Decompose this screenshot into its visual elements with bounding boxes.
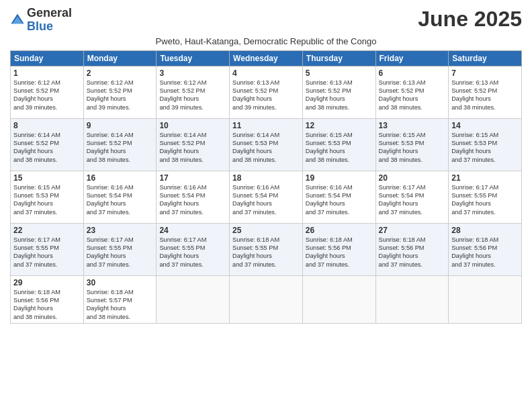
calendar-cell: 18 Sunrise: 6:16 AM Sunset: 5:54 PM Dayl… [230,171,303,223]
day-info: Sunrise: 6:18 AM Sunset: 5:56 PM Dayligh… [306,236,373,269]
day-info: Sunrise: 6:15 AM Sunset: 5:53 PM Dayligh… [451,131,519,165]
day-info: Sunrise: 6:17 AM Sunset: 5:55 PM Dayligh… [13,236,81,269]
day-number: 3 [159,68,226,78]
logo-text: General Blue [27,7,72,34]
day-info: Sunrise: 6:18 AM Sunset: 5:56 PM Dayligh… [13,288,81,322]
day-number: 19 [306,173,373,183]
calendar-cell [157,275,230,324]
day-info: Sunrise: 6:14 AM Sunset: 5:52 PM Dayligh… [159,131,226,165]
day-number: 14 [451,121,519,130]
day-number: 13 [379,121,446,130]
day-number: 18 [232,173,300,183]
day-info: Sunrise: 6:16 AM Sunset: 5:54 PM Dayligh… [159,183,226,217]
day-number: 30 [87,278,154,287]
calendar-cell [302,275,375,324]
calendar-cell: 21 Sunrise: 6:17 AM Sunset: 5:55 PM Dayl… [449,171,522,223]
day-number: 17 [159,173,226,183]
calendar-cell: 30 Sunrise: 6:18 AM Sunset: 5:57 PM Dayl… [83,275,157,324]
col-thursday: Thursday [302,50,375,66]
day-number: 10 [159,121,226,130]
day-number: 9 [87,121,154,130]
logo-blue: Blue [27,20,72,34]
calendar-cell: 4 Sunrise: 6:13 AM Sunset: 5:52 PM Dayli… [230,66,303,118]
calendar-cell: 19 Sunrise: 6:16 AM Sunset: 5:54 PM Dayl… [302,171,375,223]
day-number: 20 [379,173,446,183]
day-info: Sunrise: 6:12 AM Sunset: 5:52 PM Dayligh… [13,79,81,112]
day-number: 4 [232,68,300,78]
day-number: 28 [451,226,519,235]
calendar-cell: 3 Sunrise: 6:12 AM Sunset: 5:52 PM Dayli… [157,66,230,118]
calendar-cell: 25 Sunrise: 6:18 AM Sunset: 5:55 PM Dayl… [230,223,303,275]
calendar-week-1: 8 Sunrise: 6:14 AM Sunset: 5:52 PM Dayli… [11,118,522,171]
calendar-week-4: 29 Sunrise: 6:18 AM Sunset: 5:56 PM Dayl… [11,275,522,324]
calendar-cell: 15 Sunrise: 6:15 AM Sunset: 5:53 PM Dayl… [11,171,84,223]
day-number: 5 [306,68,373,78]
logo: General Blue [10,7,72,34]
calendar-cell: 24 Sunrise: 6:17 AM Sunset: 5:55 PM Dayl… [157,223,230,275]
calendar-cell: 5 Sunrise: 6:13 AM Sunset: 5:52 PM Dayli… [302,66,375,118]
calendar-week-0: 1 Sunrise: 6:12 AM Sunset: 5:52 PM Dayli… [11,66,522,118]
day-number: 1 [13,68,81,78]
col-tuesday: Tuesday [157,50,230,66]
col-saturday: Saturday [449,50,522,66]
day-number: 11 [232,121,300,130]
day-number: 6 [379,68,446,78]
day-number: 26 [306,226,373,235]
day-info: Sunrise: 6:15 AM Sunset: 5:53 PM Dayligh… [379,131,446,165]
day-info: Sunrise: 6:12 AM Sunset: 5:52 PM Dayligh… [159,79,226,112]
logo-general: General [27,7,72,20]
day-info: Sunrise: 6:15 AM Sunset: 5:53 PM Dayligh… [13,183,81,217]
calendar-cell: 1 Sunrise: 6:12 AM Sunset: 5:52 PM Dayli… [11,66,84,118]
calendar-cell: 10 Sunrise: 6:14 AM Sunset: 5:52 PM Dayl… [157,118,230,171]
calendar-cell: 29 Sunrise: 6:18 AM Sunset: 5:56 PM Dayl… [11,275,84,324]
calendar-cell: 23 Sunrise: 6:17 AM Sunset: 5:55 PM Dayl… [83,223,157,275]
calendar-cell [375,275,449,324]
calendar-week-2: 15 Sunrise: 6:15 AM Sunset: 5:53 PM Dayl… [11,171,522,223]
month-title: June 2025 [418,7,522,32]
day-info: Sunrise: 6:16 AM Sunset: 5:54 PM Dayligh… [232,183,300,217]
calendar-cell: 16 Sunrise: 6:16 AM Sunset: 5:54 PM Dayl… [83,171,157,223]
day-number: 21 [451,173,519,183]
page: General Blue June 2025 Pweto, Haut-Katan… [0,0,532,411]
calendar-cell [230,275,303,324]
calendar-cell: 20 Sunrise: 6:17 AM Sunset: 5:54 PM Dayl… [375,171,449,223]
calendar-cell: 17 Sunrise: 6:16 AM Sunset: 5:54 PM Dayl… [157,171,230,223]
calendar-cell: 8 Sunrise: 6:14 AM Sunset: 5:52 PM Dayli… [11,118,84,171]
col-friday: Friday [375,50,449,66]
day-number: 27 [379,226,446,235]
calendar-cell: 11 Sunrise: 6:14 AM Sunset: 5:53 PM Dayl… [230,118,303,171]
calendar-cell: 7 Sunrise: 6:13 AM Sunset: 5:52 PM Dayli… [449,66,522,118]
day-info: Sunrise: 6:13 AM Sunset: 5:52 PM Dayligh… [232,79,300,112]
calendar-cell: 22 Sunrise: 6:17 AM Sunset: 5:55 PM Dayl… [11,223,84,275]
day-info: Sunrise: 6:17 AM Sunset: 5:55 PM Dayligh… [87,236,154,269]
calendar-cell [449,275,522,324]
day-info: Sunrise: 6:13 AM Sunset: 5:52 PM Dayligh… [306,79,373,112]
day-number: 25 [232,226,300,235]
day-info: Sunrise: 6:17 AM Sunset: 5:54 PM Dayligh… [379,183,446,217]
day-number: 15 [13,173,81,183]
day-info: Sunrise: 6:18 AM Sunset: 5:56 PM Dayligh… [451,236,519,269]
day-info: Sunrise: 6:14 AM Sunset: 5:53 PM Dayligh… [232,131,300,165]
day-info: Sunrise: 6:17 AM Sunset: 5:55 PM Dayligh… [451,183,519,217]
calendar-cell: 9 Sunrise: 6:14 AM Sunset: 5:52 PM Dayli… [83,118,157,171]
day-info: Sunrise: 6:18 AM Sunset: 5:56 PM Dayligh… [379,236,446,269]
col-sunday: Sunday [11,50,84,66]
calendar-cell: 27 Sunrise: 6:18 AM Sunset: 5:56 PM Dayl… [375,223,449,275]
calendar-cell: 2 Sunrise: 6:12 AM Sunset: 5:52 PM Dayli… [83,66,157,118]
day-info: Sunrise: 6:12 AM Sunset: 5:52 PM Dayligh… [87,79,154,112]
day-info: Sunrise: 6:18 AM Sunset: 5:55 PM Dayligh… [232,236,300,269]
calendar-cell: 6 Sunrise: 6:13 AM Sunset: 5:52 PM Dayli… [375,66,449,118]
day-number: 29 [13,278,81,287]
header: General Blue June 2025 [10,7,522,34]
day-number: 16 [87,173,154,183]
day-info: Sunrise: 6:14 AM Sunset: 5:52 PM Dayligh… [87,131,154,165]
calendar-cell: 26 Sunrise: 6:18 AM Sunset: 5:56 PM Dayl… [302,223,375,275]
day-info: Sunrise: 6:18 AM Sunset: 5:57 PM Dayligh… [87,288,154,322]
day-number: 24 [159,226,226,235]
calendar-cell: 14 Sunrise: 6:15 AM Sunset: 5:53 PM Dayl… [449,118,522,171]
day-number: 2 [87,68,154,78]
day-number: 23 [87,226,154,235]
col-wednesday: Wednesday [230,50,303,66]
day-info: Sunrise: 6:16 AM Sunset: 5:54 PM Dayligh… [87,183,154,217]
calendar: Sunday Monday Tuesday Wednesday Thursday… [10,50,522,324]
